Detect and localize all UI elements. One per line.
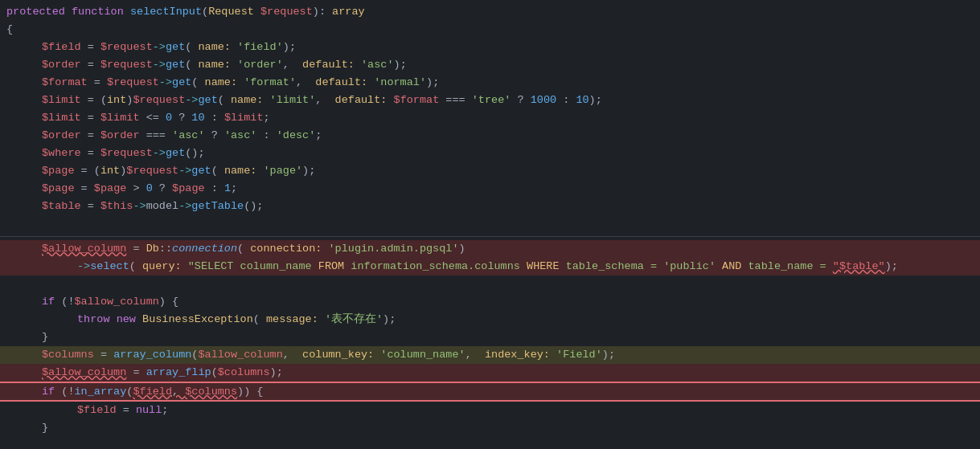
operator: -> xyxy=(153,39,166,56)
code-text: , xyxy=(315,92,334,109)
code-text: ( xyxy=(218,92,231,109)
param: name: xyxy=(198,39,237,56)
code-text: ) xyxy=(120,162,126,180)
method: get xyxy=(172,74,191,92)
variable: $request xyxy=(126,162,178,180)
code-line: $where = $request->get(); xyxy=(0,145,980,162)
code-text: ) xyxy=(126,92,133,109)
keyword: throw xyxy=(77,311,110,329)
string: information_schema.columns xyxy=(344,258,527,276)
code-text: ); xyxy=(270,364,283,382)
code-text: ? xyxy=(172,109,191,127)
code-text xyxy=(110,311,117,329)
method: get xyxy=(166,39,185,56)
code-text: = xyxy=(81,127,100,145)
code-text: , xyxy=(296,74,315,92)
string: 'public' xyxy=(663,258,716,276)
code-text: = xyxy=(94,346,113,364)
code-line: $order = $request->get( name: 'order', d… xyxy=(0,56,980,74)
variable: $request xyxy=(133,92,185,109)
code-text: , xyxy=(172,386,185,398)
method: get xyxy=(198,92,217,109)
code-text: (); xyxy=(244,198,263,215)
code-editor: protected function selectInput(Request $… xyxy=(0,0,980,440)
code-text: : xyxy=(205,180,224,198)
code-text: : xyxy=(556,92,576,109)
variable: $allow_column xyxy=(42,240,126,258)
variable: $order xyxy=(42,127,81,145)
param: name: xyxy=(198,56,237,74)
code-line-highlighted: $allow_column = array_flip($columns); xyxy=(0,364,980,383)
string: 'limit' xyxy=(270,92,316,109)
variable: $allow_column xyxy=(42,364,126,382)
method: in_array xyxy=(75,383,127,401)
code-text: = ( xyxy=(81,92,107,109)
code-text: ? xyxy=(153,180,172,198)
variable: $columns xyxy=(218,364,270,382)
operator: -> xyxy=(178,162,191,180)
string: 'tree' xyxy=(472,92,511,109)
method: select xyxy=(90,258,129,276)
code-text: = xyxy=(75,180,94,198)
variable: $request xyxy=(260,3,313,21)
code-text: = xyxy=(126,240,146,258)
code-text: ; xyxy=(162,402,168,419)
param: column_key: xyxy=(302,346,380,364)
code-text xyxy=(136,311,142,329)
code-text: ( xyxy=(185,56,198,74)
variable: $limit xyxy=(42,92,81,109)
variable: $order xyxy=(100,127,140,145)
type: int xyxy=(100,162,120,180)
code-text: ); xyxy=(885,258,898,276)
variable: $request xyxy=(107,74,159,92)
string: 'order' xyxy=(237,56,283,74)
code-line-highlighted: if (!in_array($field, $columns)) { xyxy=(0,383,980,402)
code-text: ) { xyxy=(159,293,178,311)
string: table_schema = xyxy=(560,258,664,276)
code-line-highlighted: $columns = array_column($allow_column, c… xyxy=(0,346,980,364)
string: table_name = xyxy=(741,258,832,276)
string: 'asc' xyxy=(224,127,257,145)
keyword: protected xyxy=(6,3,72,21)
code-text: = xyxy=(81,39,100,56)
code-text: ); xyxy=(383,311,396,329)
param: default: xyxy=(302,56,361,74)
variable: $table xyxy=(42,198,81,215)
code-line: if (!$allow_column) { xyxy=(0,293,980,311)
code-text: ( xyxy=(211,364,218,382)
string: column_name xyxy=(233,258,318,276)
code-line: $order = $order === 'asc' ? 'asc' : 'des… xyxy=(0,127,980,145)
param: name: xyxy=(231,92,270,109)
code-line: $page = $page > 0 ? $page : 1; xyxy=(0,180,980,198)
method: get xyxy=(191,162,211,180)
code-text: = xyxy=(81,109,100,127)
code-text: <= xyxy=(140,109,166,127)
operator: -> xyxy=(133,198,146,215)
code-line: $format = $request->get( name: 'format',… xyxy=(0,74,980,92)
code-text: ); xyxy=(394,56,407,74)
variable: $request xyxy=(100,145,153,162)
sql-keyword: AND xyxy=(722,258,741,276)
code-line: $limit = $limit <= 0 ? 10 : $limit; xyxy=(0,109,980,127)
method: get xyxy=(166,56,185,74)
variable: $limit xyxy=(224,109,264,127)
code-text: ( xyxy=(126,383,133,401)
variable: $request xyxy=(100,56,153,74)
method: get xyxy=(166,145,185,162)
number: 0 xyxy=(146,180,153,198)
operator: -> xyxy=(185,92,198,109)
code-text: ); xyxy=(589,92,602,109)
code-line: { xyxy=(0,21,980,39)
operator: -> xyxy=(153,145,166,162)
variable: $page xyxy=(42,180,75,198)
param: query: xyxy=(142,258,188,276)
sql-keyword: FROM xyxy=(318,258,344,276)
string: '表不存在' xyxy=(325,311,383,329)
code-text: , xyxy=(283,346,302,364)
code-line: } xyxy=(0,329,980,346)
type: int xyxy=(107,92,126,109)
keyword: new xyxy=(117,311,136,329)
string: 'Field' xyxy=(556,346,602,364)
method: getTable xyxy=(191,198,244,215)
code-text: = xyxy=(117,402,136,419)
